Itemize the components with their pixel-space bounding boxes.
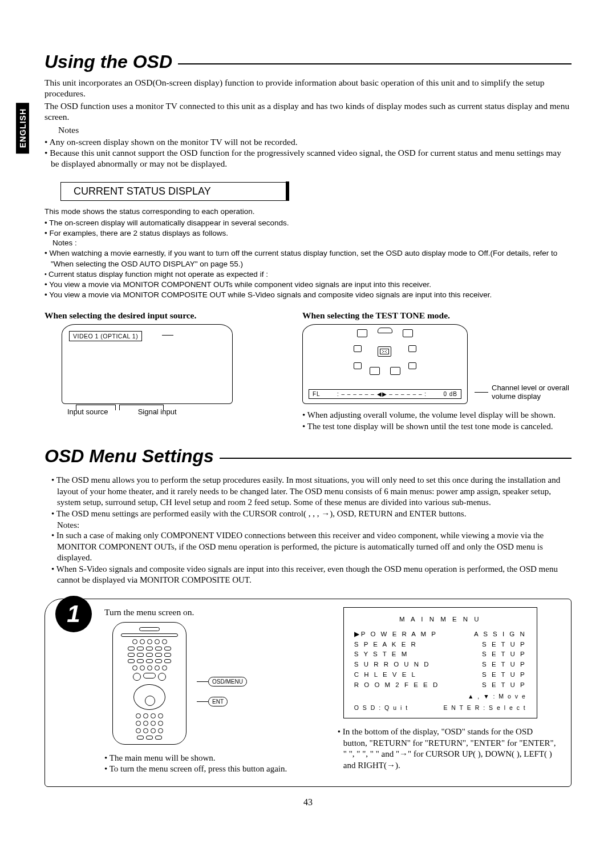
page-number: 43: [44, 797, 572, 807]
example-title: When selecting the TEST TONE mode.: [302, 310, 572, 321]
section-title-text: OSD Menu Settings: [44, 446, 214, 467]
note-item: To turn the menu screen off, press this …: [104, 764, 315, 775]
osd-menu-notes: In such a case of making only COMPONENT …: [44, 530, 572, 586]
cs-item-square: Current status display function might no…: [44, 269, 572, 280]
title-rule: [220, 458, 572, 459]
notes-list-1: Any on-screen display shown on the monit…: [44, 136, 572, 169]
cs-notes-label: Notes :: [52, 239, 572, 247]
note-item: In the bottom of the display, "OSD" stan…: [338, 726, 558, 771]
step-left-notes: The main menu will be shown. To turn the…: [104, 753, 315, 775]
intro-p2: The OSD function uses a monitor TV conne…: [44, 100, 572, 123]
example-input-source: When selecting the desired input source.…: [44, 310, 279, 432]
menu-item: C H L E V E LS E T U P: [354, 670, 526, 680]
language-tab: ENGLISH: [16, 103, 29, 154]
bracket-signal: [119, 405, 164, 410]
step-number-badge: 1: [55, 596, 92, 632]
intro-item: The OSD menu allows you to perform the s…: [51, 475, 572, 508]
section-osd-menu-title: OSD Menu Settings: [44, 446, 572, 467]
cs-intro: This mode shows the status corresponding…: [44, 207, 572, 217]
main-menu-screen: M A I N M E N U ▶P O W E R A M PA S S I …: [343, 607, 537, 718]
menu-item-l: S Y S T E M: [354, 649, 408, 660]
menu-hint-enter: E N T E R : S e l e c t: [443, 703, 526, 712]
example-title: When selecting the desired input source.: [44, 310, 279, 321]
menu-item-r: S E T U P: [482, 649, 526, 660]
dpad-icon: [133, 684, 165, 710]
osd-readout: VIDEO 1 (OPTICAL 1): [69, 331, 142, 341]
remote-control-diagram: [112, 622, 187, 745]
menu-item-r: S E T U P: [482, 670, 526, 680]
menu-item-r: A S S I G N: [474, 629, 526, 640]
note-item: The test tone display will be shown unti…: [302, 421, 572, 433]
note-item: Any on-screen display shown on the monit…: [44, 136, 572, 147]
note-item: In such a case of making only COMPONENT …: [51, 530, 572, 564]
speaker-layout-icon: [354, 329, 416, 375]
title-rule: [178, 63, 572, 64]
fl-dashes: : – – – – – – ◀▶ – – – – – – :: [337, 391, 427, 397]
callout-ent: ENT: [208, 697, 228, 706]
step-right-col: M A I N M E N U ▶P O W E R A M PA S S I …: [338, 607, 558, 775]
current-status-heading: CURRENT STATUS DISPLAY: [60, 182, 289, 201]
connector-line: [475, 392, 488, 393]
fl-label: FL: [313, 391, 321, 397]
menu-item: S P E A K E RS E T U P: [354, 640, 526, 650]
menu-hint-quit: O S D : Q u i t: [354, 703, 408, 712]
menu-hint-move: ▲ , ▼ : M o v e: [354, 692, 526, 701]
menu-item-l: S U R R O U N D: [354, 660, 431, 670]
connector-line: [162, 335, 173, 336]
osd-menu-intro-list: The OSD menu allows you to perform the s…: [44, 475, 572, 519]
menu-item-l: S P E A K E R: [354, 640, 418, 650]
intro-p1: This unit incorporates an OSD(On-screen …: [44, 77, 572, 99]
tv-frame-right: FL : – – – – – – ◀▶ – – – – – – : 0 dB: [302, 324, 468, 404]
tv-icon: [378, 346, 391, 357]
menu-item-r: S E T U P: [482, 680, 526, 690]
bracket-input: [76, 405, 116, 410]
cs-sq-text: Current status display function might no…: [48, 270, 268, 278]
menu-item-l: ▶P O W E R A M P: [354, 629, 437, 640]
menu-item: R O O M 2 F E E DS E T U P: [354, 680, 526, 690]
tv-frame-left: VIDEO 1 (OPTICAL 1): [62, 324, 233, 404]
callout-osd-menu: OSD/MENU: [208, 677, 247, 686]
step-instruction: Turn the menu screen on.: [104, 607, 315, 617]
menu-item-r: S E T U P: [482, 640, 526, 650]
cs-item: You view a movie via MONITOR COMPONENT O…: [44, 280, 572, 290]
step-left-col: Turn the menu screen on.: [58, 607, 315, 775]
step-right-notes: In the bottom of the display, "OSD" stan…: [338, 726, 558, 771]
note-item: The main menu will be shown.: [104, 753, 315, 764]
fl-level-box: FL : – – – – – – ◀▶ – – – – – – : 0 dB: [309, 389, 461, 399]
menu-item-r: S E T U P: [482, 660, 526, 670]
menu-item-l: R O O M 2 F E E D: [354, 680, 439, 690]
menu-hint-row: O S D : Q u i t E N T E R : S e l e c t: [354, 703, 526, 712]
menu-item: S U R R O U N DS E T U P: [354, 660, 526, 670]
cs-item: You view a movie via MONITOR COMPOSITE O…: [44, 290, 572, 300]
notes-label-1: Notes: [58, 125, 572, 135]
note-item: When S-Video signals and composite video…: [51, 564, 572, 586]
cs-bullets: The on-screen display will automatically…: [44, 218, 572, 239]
fl-value: 0 dB: [443, 391, 457, 397]
intro-item: The OSD menu settings are performed easi…: [51, 508, 572, 520]
section-using-osd-title: Using the OSD: [44, 51, 572, 72]
menu-item-l: C H L E V E L: [354, 670, 417, 680]
step-1-box: 1 Turn the menu screen on.: [44, 599, 572, 787]
note-item: When adjusting overall volume, the volum…: [302, 410, 572, 421]
menu-item: ▶P O W E R A M PA S S I G N: [354, 629, 526, 640]
menu-item: S Y S T E MS E T U P: [354, 649, 526, 660]
note-item: Because this unit cannot support the OSD…: [44, 147, 572, 169]
cs-item: For examples, there are 2 status display…: [44, 228, 572, 239]
example-test-tone: When selecting the TEST TONE mode. FL: [302, 310, 572, 432]
notes-label-2: Notes:: [57, 520, 572, 530]
cs-item: When watching a movie earnestly, if you …: [44, 248, 572, 269]
channel-level-label: Channel level or overall volume display: [492, 383, 572, 401]
section-title-text: Using the OSD: [44, 51, 172, 72]
cs-item: The on-screen display will automatically…: [44, 218, 572, 228]
menu-title: M A I N M E N U: [354, 615, 526, 625]
right-example-notes: When adjusting overall volume, the volum…: [302, 410, 572, 432]
cs-bullets-2: When watching a movie earnestly, if you …: [44, 248, 572, 300]
